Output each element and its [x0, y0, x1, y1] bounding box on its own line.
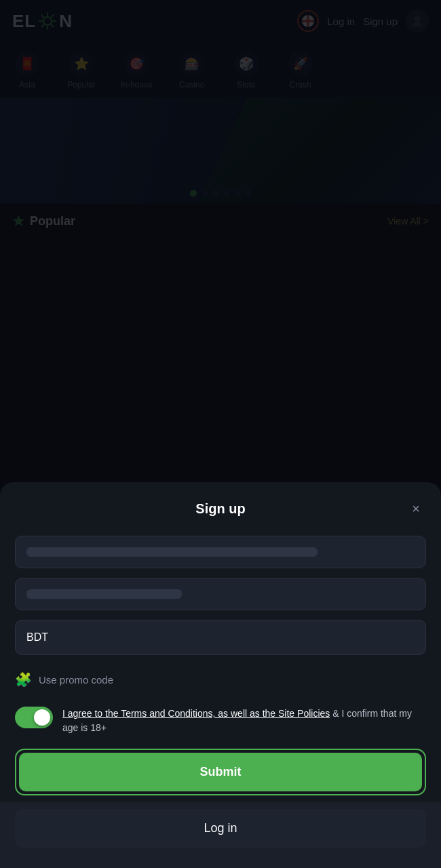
modal-title: Sign up [195, 501, 245, 517]
login-button[interactable]: Log in [15, 809, 426, 848]
password-field-value [26, 589, 182, 599]
terms-row: I agree to the Terms and Conditions, as … [15, 707, 426, 735]
submit-button-wrapper: Submit [15, 749, 426, 795]
terms-text: I agree to the Terms and Conditions, as … [62, 707, 426, 735]
login-section: Log in [0, 802, 441, 868]
username-field[interactable] [15, 536, 426, 568]
password-field[interactable] [15, 578, 426, 610]
submit-button[interactable]: Submit [19, 753, 422, 791]
toggle-thumb [34, 709, 50, 726]
signup-modal: Sign up × 🧩 Use promo code I agree to th… [0, 482, 441, 868]
promo-icon: 🧩 [15, 671, 32, 688]
modal-header: Sign up × [15, 501, 426, 517]
modal-overlay: Sign up × 🧩 Use promo code I agree to th… [0, 0, 441, 868]
promo-code-row[interactable]: 🧩 Use promo code [15, 665, 426, 707]
terms-link[interactable]: I agree to the Terms and Conditions, as … [62, 708, 330, 719]
terms-toggle[interactable] [15, 707, 53, 728]
currency-field[interactable] [15, 620, 426, 655]
close-button[interactable]: × [406, 499, 426, 519]
promo-label: Use promo code [39, 674, 113, 686]
username-field-value [26, 547, 318, 557]
